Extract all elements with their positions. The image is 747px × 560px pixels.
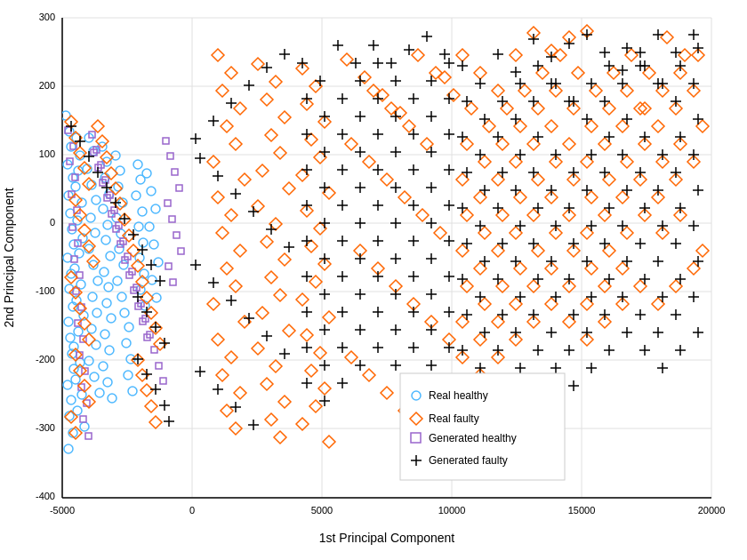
svg-point-69 xyxy=(102,299,111,308)
svg-point-72 xyxy=(105,346,114,355)
svg-marker-247 xyxy=(256,307,269,319)
svg-point-106 xyxy=(149,240,158,249)
svg-point-97 xyxy=(139,238,148,247)
svg-point-21 xyxy=(64,444,73,453)
svg-rect-145 xyxy=(156,363,162,369)
svg-marker-233 xyxy=(252,58,264,70)
svg-marker-219 xyxy=(212,191,224,204)
svg-point-46 xyxy=(92,196,100,204)
y-tick-3: 0 xyxy=(50,217,55,228)
x-tick-0: -5000 xyxy=(50,505,75,516)
svg-point-66 xyxy=(106,252,115,260)
svg-marker-338 xyxy=(639,102,651,115)
svg-marker-227 xyxy=(212,333,224,346)
svg-point-108 xyxy=(148,276,157,284)
svg-point-58 xyxy=(95,388,104,397)
x-tick-3: 10000 xyxy=(438,505,466,516)
svg-point-51 xyxy=(93,276,102,285)
svg-marker-287 xyxy=(438,71,451,84)
x-tick-2: 5000 xyxy=(311,505,333,516)
svg-marker-230 xyxy=(234,387,246,399)
svg-marker-320 xyxy=(554,49,566,61)
svg-marker-191 xyxy=(92,120,104,132)
svg-marker-321 xyxy=(572,67,584,79)
svg-marker-308 xyxy=(474,67,486,79)
scatter-plot: -5000 0 5000 10000 15000 20000 300 200 1… xyxy=(0,0,747,560)
svg-marker-237 xyxy=(265,129,277,141)
svg-marker-303 xyxy=(381,387,393,399)
svg-marker-231 xyxy=(221,404,233,417)
svg-marker-240 xyxy=(283,182,295,195)
svg-marker-184 xyxy=(83,333,95,346)
svg-marker-244 xyxy=(278,253,291,266)
svg-point-88 xyxy=(122,339,131,348)
svg-marker-195 xyxy=(109,182,122,195)
svg-marker-352 xyxy=(634,102,647,115)
svg-point-95 xyxy=(138,207,147,216)
svg-marker-353 xyxy=(652,120,664,132)
svg-marker-224 xyxy=(229,280,242,292)
svg-point-103 xyxy=(147,187,156,196)
svg-rect-168 xyxy=(165,263,172,269)
svg-marker-239 xyxy=(256,164,269,177)
svg-marker-252 xyxy=(278,396,291,408)
svg-marker-211 xyxy=(212,49,224,61)
svg-rect-160 xyxy=(163,138,169,144)
svg-point-70 xyxy=(107,314,116,323)
svg-marker-291 xyxy=(381,173,393,186)
svg-marker-281 xyxy=(412,49,424,61)
svg-point-91 xyxy=(128,387,137,396)
svg-marker-248 xyxy=(283,324,295,337)
data-points xyxy=(61,25,709,453)
generated-faulty-points xyxy=(66,29,703,430)
legend-label-real-faulty: Real faulty xyxy=(429,412,479,425)
svg-marker-301 xyxy=(345,351,357,364)
svg-marker-220 xyxy=(225,209,237,221)
svg-marker-249 xyxy=(252,342,264,355)
svg-point-14 xyxy=(66,333,75,342)
svg-marker-270 xyxy=(301,329,313,341)
svg-marker-292 xyxy=(398,191,411,204)
svg-marker-253 xyxy=(265,413,277,426)
svg-point-87 xyxy=(124,323,133,332)
legend-label-generated-healthy: Generated healthy xyxy=(429,432,517,444)
svg-point-83 xyxy=(119,260,128,269)
svg-point-56 xyxy=(84,356,93,365)
svg-point-64 xyxy=(103,220,112,229)
svg-point-90 xyxy=(124,371,133,380)
svg-point-53 xyxy=(92,308,101,317)
svg-rect-166 xyxy=(173,232,180,238)
svg-marker-229 xyxy=(216,369,229,381)
x-tick-1: 0 xyxy=(189,505,195,516)
svg-marker-276 xyxy=(323,436,335,448)
x-axis-label: 1st Principal Component xyxy=(319,531,455,545)
svg-marker-271 xyxy=(314,347,326,359)
svg-marker-175 xyxy=(69,194,82,206)
svg-marker-294 xyxy=(434,227,446,239)
svg-rect-165 xyxy=(169,216,175,222)
svg-point-86 xyxy=(120,308,129,317)
svg-rect-144 xyxy=(151,347,157,353)
svg-rect-161 xyxy=(167,153,173,159)
legend-label-real-healthy: Real healthy xyxy=(429,389,488,402)
svg-marker-246 xyxy=(274,289,286,301)
svg-point-84 xyxy=(113,276,122,285)
svg-marker-268 xyxy=(296,293,309,306)
svg-rect-163 xyxy=(176,185,182,191)
svg-rect-162 xyxy=(172,169,178,175)
svg-marker-217 xyxy=(207,156,220,168)
svg-point-47 xyxy=(86,213,95,222)
svg-point-73 xyxy=(99,362,108,371)
svg-marker-223 xyxy=(221,262,233,275)
svg-point-63 xyxy=(99,204,108,213)
svg-point-102 xyxy=(142,169,151,178)
svg-marker-209 xyxy=(145,400,157,412)
svg-marker-274 xyxy=(309,400,322,412)
x-tick-4: 15000 xyxy=(568,505,596,516)
y-tick-5: -200 xyxy=(36,354,55,364)
svg-point-26 xyxy=(71,182,80,191)
svg-point-74 xyxy=(103,378,112,387)
svg-marker-302 xyxy=(363,369,375,381)
svg-point-71 xyxy=(100,330,109,339)
svg-point-13 xyxy=(64,317,73,326)
